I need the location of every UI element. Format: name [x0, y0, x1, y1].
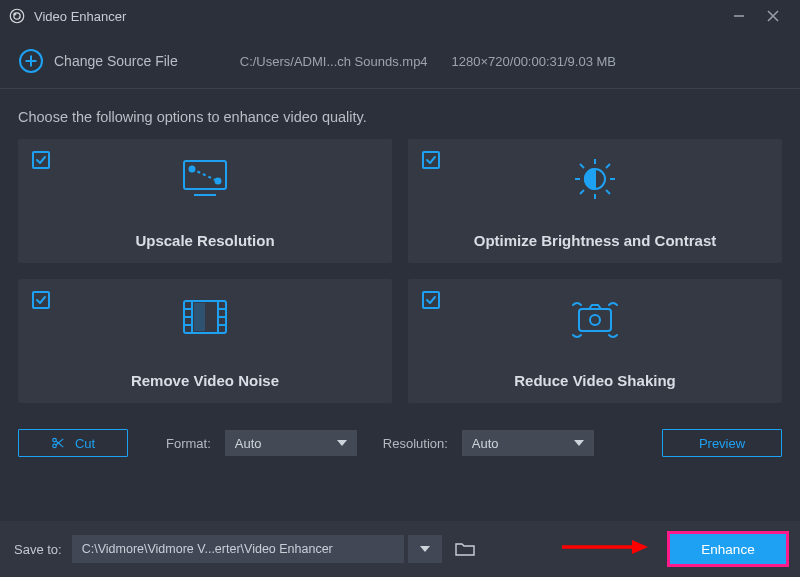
checkbox-icon[interactable]: [422, 291, 440, 309]
app-icon: [8, 7, 26, 25]
enhance-button[interactable]: Enhance: [670, 534, 786, 564]
checkbox-icon[interactable]: [32, 151, 50, 169]
resolution-label: Resolution:: [383, 436, 448, 451]
app-title: Video Enhancer: [34, 9, 126, 24]
open-folder-button[interactable]: [452, 536, 478, 562]
svg-marker-44: [632, 540, 648, 554]
svg-line-20: [580, 164, 584, 168]
chevron-down-icon: [574, 440, 584, 446]
instruction-text: Choose the following options to enhance …: [0, 89, 800, 139]
option-upscale-resolution[interactable]: Upscale Resolution: [18, 139, 392, 263]
svg-line-23: [580, 190, 584, 194]
film-icon: [178, 295, 232, 343]
format-select[interactable]: Auto: [225, 430, 357, 456]
option-optimize-brightness[interactable]: Optimize Brightness and Contrast: [408, 139, 782, 263]
source-file-info: 1280×720/00:00:31/9.03 MB: [452, 54, 616, 69]
svg-point-35: [590, 315, 600, 325]
svg-point-3: [19, 16, 21, 18]
checkbox-icon[interactable]: [422, 151, 440, 169]
scissors-icon: [51, 436, 65, 450]
option-label: Optimize Brightness and Contrast: [408, 232, 782, 249]
enhancement-options-grid: Upscale Resolution Optimize Brightness a…: [0, 139, 800, 403]
format-label: Format:: [166, 436, 211, 451]
svg-point-0: [10, 9, 24, 23]
svg-point-2: [13, 12, 16, 15]
close-button[interactable]: [756, 4, 790, 28]
checkbox-icon[interactable]: [32, 291, 50, 309]
resolution-value: Auto: [472, 436, 499, 451]
annotation-arrow: [560, 537, 650, 557]
svg-marker-40: [337, 440, 347, 446]
camera-icon: [565, 295, 625, 347]
format-value: Auto: [235, 436, 262, 451]
cut-button[interactable]: Cut: [18, 429, 128, 457]
change-source-link[interactable]: Change Source File: [54, 53, 178, 69]
svg-line-22: [606, 164, 610, 168]
chevron-down-icon: [420, 546, 430, 552]
save-path-display[interactable]: C:\Vidmore\Vidmore V...erter\Video Enhan…: [72, 535, 404, 563]
svg-marker-42: [420, 546, 430, 552]
chevron-down-icon: [337, 440, 347, 446]
svg-point-13: [190, 167, 195, 172]
cut-label: Cut: [75, 436, 95, 451]
option-label: Reduce Video Shaking: [408, 372, 782, 389]
add-file-icon[interactable]: [18, 48, 44, 74]
monitor-icon: [178, 155, 232, 207]
svg-point-14: [216, 179, 221, 184]
save-path-dropdown[interactable]: [408, 535, 442, 563]
preview-button[interactable]: Preview: [662, 429, 782, 457]
title-bar: Video Enhancer: [0, 0, 800, 32]
svg-line-12: [192, 169, 218, 181]
svg-marker-41: [574, 440, 584, 446]
option-label: Remove Video Noise: [18, 372, 392, 389]
option-reduce-shaking[interactable]: Reduce Video Shaking: [408, 279, 782, 403]
source-file-row: Change Source File C:/Users/ADMI...ch So…: [0, 32, 800, 89]
option-remove-noise[interactable]: Remove Video Noise: [18, 279, 392, 403]
brightness-icon: [568, 155, 622, 207]
folder-icon: [455, 541, 475, 557]
source-file-path: C:/Users/ADMI...ch Sounds.mp4: [240, 54, 428, 69]
resolution-select[interactable]: Auto: [462, 430, 594, 456]
svg-line-21: [606, 190, 610, 194]
svg-rect-34: [579, 309, 611, 331]
controls-row: Cut Format: Auto Resolution: Auto Previe…: [0, 403, 800, 457]
footer-bar: Save to: C:\Vidmore\Vidmore V...erter\Vi…: [0, 521, 800, 577]
save-to-label: Save to:: [14, 542, 62, 557]
svg-rect-33: [194, 303, 205, 331]
option-label: Upscale Resolution: [18, 232, 392, 249]
minimize-button[interactable]: [722, 4, 756, 28]
